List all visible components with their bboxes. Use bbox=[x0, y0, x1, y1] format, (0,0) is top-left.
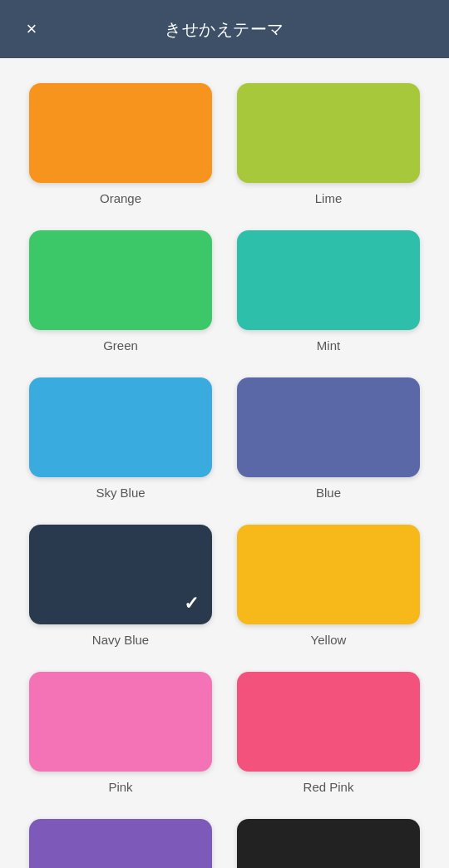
theme-swatch-sky-blue bbox=[29, 377, 212, 477]
theme-swatch-red-pink bbox=[237, 672, 420, 772]
theme-item-blue[interactable]: Blue bbox=[224, 369, 432, 516]
theme-label-sky-blue: Sky Blue bbox=[96, 486, 145, 500]
app-container: × きせかえテーマ OrangeLimeGreenMintSky BlueBlu… bbox=[0, 0, 449, 868]
theme-swatch-black bbox=[237, 819, 420, 868]
theme-label-lime: Lime bbox=[315, 191, 343, 205]
theme-swatch-orange bbox=[29, 83, 212, 183]
theme-item-pink[interactable]: Pink bbox=[17, 663, 224, 811]
theme-swatch-yellow bbox=[237, 525, 420, 624]
theme-swatch-navy-blue bbox=[29, 525, 212, 624]
theme-item-yellow[interactable]: Yellow bbox=[224, 516, 432, 663]
theme-label-orange: Orange bbox=[100, 191, 141, 205]
theme-item-sky-blue[interactable]: Sky Blue bbox=[17, 369, 224, 516]
theme-swatch-lime bbox=[237, 83, 420, 183]
theme-label-pink: Pink bbox=[108, 780, 132, 794]
header-title: きせかえテーマ bbox=[165, 18, 284, 41]
theme-swatch-blue bbox=[237, 377, 420, 477]
close-button[interactable]: × bbox=[17, 14, 47, 44]
header: × きせかえテーマ bbox=[0, 0, 449, 58]
theme-item-green[interactable]: Green bbox=[17, 222, 224, 369]
theme-item-orange[interactable]: Orange bbox=[17, 75, 224, 222]
theme-label-mint: Mint bbox=[317, 338, 340, 353]
theme-item-lime[interactable]: Lime bbox=[224, 75, 432, 222]
theme-swatch-pink bbox=[29, 672, 212, 772]
theme-item-navy-blue[interactable]: Navy Blue bbox=[17, 516, 224, 663]
theme-swatch-mint bbox=[237, 230, 420, 330]
themes-grid: OrangeLimeGreenMintSky BlueBlueNavy Blue… bbox=[0, 58, 449, 868]
theme-swatch-green bbox=[29, 230, 212, 330]
theme-label-yellow: Yellow bbox=[311, 633, 347, 647]
theme-swatch-purple bbox=[29, 819, 212, 868]
theme-item-red-pink[interactable]: Red Pink bbox=[224, 663, 432, 811]
theme-label-red-pink: Red Pink bbox=[303, 780, 354, 794]
theme-item-black[interactable]: Black bbox=[224, 811, 432, 868]
theme-label-navy-blue: Navy Blue bbox=[92, 633, 149, 647]
theme-item-purple[interactable]: Purple bbox=[17, 811, 224, 868]
theme-item-mint[interactable]: Mint bbox=[224, 222, 432, 369]
theme-label-green: Green bbox=[103, 338, 138, 353]
theme-label-blue: Blue bbox=[316, 486, 341, 500]
